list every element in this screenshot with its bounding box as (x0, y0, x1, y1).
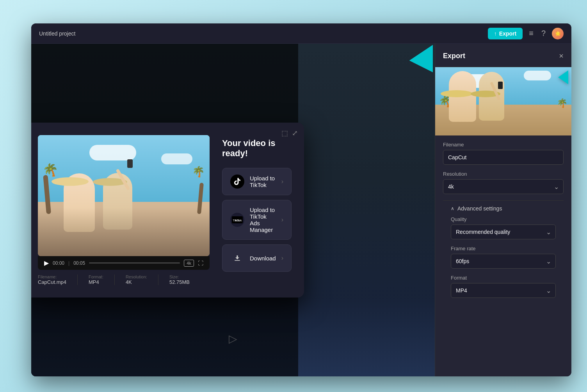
format-field-label: Format (451, 275, 556, 281)
export-form: Filename Resolution 4k 1080p 720p 480p (435, 135, 571, 376)
upload-tiktok-ads-button[interactable]: TikTok Ads Upload to TikTok Ads Manager … (222, 200, 292, 240)
layers-button[interactable]: ≡ (527, 27, 535, 39)
format-select-wrapper: MP4 MOV AVI GIF (451, 283, 556, 298)
top-bar: Untitled project ↑ Export ≡ ? 🌟 (31, 23, 571, 44)
filename-input[interactable] (443, 150, 564, 165)
export-close-button[interactable]: × (559, 52, 564, 61)
quality-field-label: Quality (451, 216, 556, 222)
filename-group: Filename (443, 142, 564, 165)
divider-1 (77, 274, 78, 285)
progress-bar[interactable] (89, 262, 180, 264)
resolution-field-label: Resolution (443, 171, 564, 177)
size-label: Size: (169, 274, 190, 279)
download-icon (230, 251, 244, 265)
duration: 00:05 (73, 260, 85, 266)
editor-area: ▷ ⬚ ⤢ (31, 44, 435, 376)
video-ready-modal: ⬚ ⤢ (31, 123, 304, 298)
framerate-field-label: Frame rate (451, 246, 556, 251)
resolution-value: 4K (126, 279, 147, 285)
fullscreen-button[interactable]: ⛶ (198, 260, 203, 266)
framerate-group: Frame rate 60fps 30fps 24fps (451, 246, 556, 269)
export-panel: Export × 🌴 🌴 (435, 44, 571, 376)
quality-group: Quality Recommended quality High quality… (451, 216, 556, 239)
export-thumbnail: 🌴 🌴 (435, 67, 571, 135)
file-info: Filename: CapCut.mp4 Format: MP4 (38, 274, 210, 285)
framerate-select[interactable]: 60fps 30fps 24fps (451, 254, 556, 269)
filename-label: Filename: (38, 274, 66, 279)
resolution-select[interactable]: 4k 1080p 720p 480p (443, 179, 564, 194)
size-info: Size: 52.75MB (169, 274, 190, 285)
export-label: Export (499, 30, 516, 37)
modal-right: Your video is ready! Upload to TikTok › (222, 135, 292, 285)
time-separator: | (68, 260, 69, 266)
format-value: MP4 (89, 279, 103, 285)
resolution-group: Resolution 4k 1080p 720p 480p (443, 171, 564, 194)
app-window: Untitled project ↑ Export ≡ ? 🌟 ▷ ⬚ (31, 23, 571, 376)
video-scene: 🌴 🌴 (38, 135, 210, 256)
modal-overlay: ⬚ ⤢ (31, 44, 298, 376)
tiktok-chevron-icon: › (281, 178, 283, 185)
quality-select[interactable]: Recommended quality High quality Custom (451, 225, 556, 239)
divider-3 (158, 274, 158, 285)
filename-info: Filename: CapCut.mp4 (38, 274, 66, 285)
thumbnail-scene: 🌴 🌴 (435, 67, 571, 135)
tiktok-ads-chevron-icon: › (281, 216, 283, 223)
modal-icons: ⬚ ⤢ (281, 129, 298, 137)
format-label: Format: (89, 274, 103, 279)
size-value: 52.75MB (169, 279, 190, 285)
quality-badge: 4k (184, 260, 194, 267)
download-label: Download (250, 255, 276, 262)
modal-body: 🌴 🌴 (38, 135, 292, 285)
play-button[interactable]: ▶ (44, 259, 49, 267)
format-select[interactable]: MP4 MOV AVI GIF (451, 283, 556, 298)
current-time: 00:00 (53, 260, 64, 266)
export-panel-header: Export × (435, 44, 571, 67)
export-upload-icon: ↑ (494, 30, 497, 37)
upload-tiktok-ads-label: Upload to TikTok Ads Manager (250, 207, 276, 233)
export-panel-title: Export (443, 52, 465, 60)
upload-tiktok-label: Upload to TikTok (250, 175, 276, 188)
framerate-select-wrapper: 60fps 30fps 24fps (451, 254, 556, 269)
video-controls: ▶ 00:00 | 00:05 4k ⛶ (38, 256, 210, 270)
advanced-toggle[interactable]: ∧ Advanced settings (451, 205, 556, 212)
project-title: Untitled project (39, 30, 75, 37)
video-player: 🌴 🌴 (38, 135, 210, 285)
top-bar-actions: ↑ Export ≡ ? 🌟 (488, 27, 564, 39)
advanced-label: Advanced settings (457, 205, 502, 212)
modal-title: Your video is ready! (222, 138, 292, 159)
help-button[interactable]: ? (540, 27, 547, 39)
resolution-select-wrapper: 4k 1080p 720p 480p (443, 179, 564, 194)
svg-text:Ads: Ads (235, 219, 240, 222)
tiktok-ads-icon: TikTok Ads (230, 213, 244, 227)
advanced-chevron-icon: ∧ (451, 206, 454, 211)
format-group: Format MP4 MOV AVI GIF (451, 275, 556, 298)
format-info: Format: MP4 (89, 274, 103, 285)
avatar[interactable]: 🌟 (552, 28, 564, 39)
tiktok-icon (230, 175, 244, 189)
video-preview: 🌴 🌴 (38, 135, 210, 256)
upload-tiktok-button[interactable]: Upload to TikTok › (222, 168, 292, 195)
export-button[interactable]: ↑ Export (488, 28, 523, 39)
modal-subtitle-icon[interactable]: ⬚ (281, 129, 288, 137)
download-button[interactable]: Download › (222, 244, 292, 272)
resolution-label: Resolution: (126, 274, 147, 279)
modal-fullscreen-icon[interactable]: ⤢ (292, 129, 298, 137)
filename-value: CapCut.mp4 (38, 279, 66, 285)
main-content: ▷ ⬚ ⤢ (31, 44, 571, 376)
download-chevron-icon: › (281, 255, 283, 262)
resolution-info: Resolution: 4K (126, 274, 147, 285)
filename-field-label: Filename (443, 142, 564, 148)
quality-select-wrapper: Recommended quality High quality Custom (451, 225, 556, 239)
divider-2 (114, 274, 115, 285)
advanced-section: ∧ Advanced settings Quality Recommended … (443, 200, 564, 298)
